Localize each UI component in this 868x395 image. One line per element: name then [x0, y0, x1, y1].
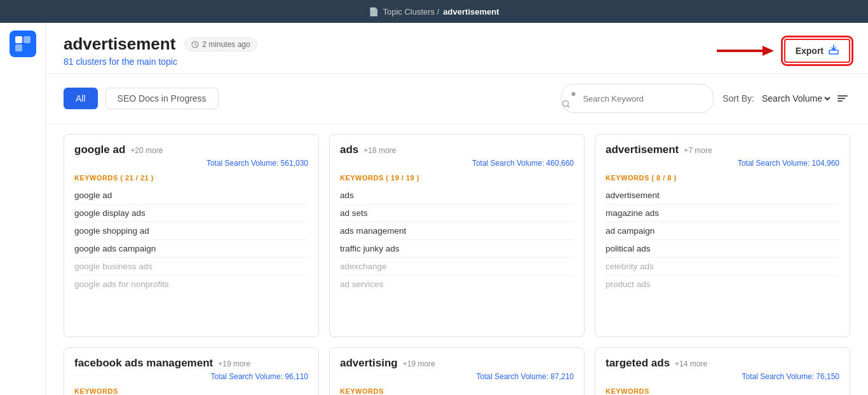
card-more: +19 more — [218, 359, 250, 368]
keyword-item[interactable]: advertisement — [606, 187, 839, 204]
keyword-item[interactable]: google ads campaign — [74, 240, 308, 258]
export-button[interactable]: Export — [784, 39, 850, 63]
search-box: ● — [561, 84, 714, 113]
keywords-label: KEYWORDS — [74, 387, 308, 395]
keywords-label: KEYWORDS ( 19 / 19 ) — [340, 174, 574, 182]
keyword-item[interactable]: traffic junky ads — [340, 240, 574, 258]
card-more: +14 more — [675, 359, 707, 368]
keyword-item[interactable]: google display ads — [74, 204, 308, 222]
export-icon — [829, 44, 839, 57]
svg-rect-1 — [24, 36, 31, 43]
card-volume: Total Search Volume: 76,150 — [606, 372, 839, 381]
svg-rect-6 — [829, 50, 838, 54]
card-title[interactable]: advertisement — [606, 144, 679, 156]
card-title-row: advertising+19 more — [340, 357, 574, 370]
card-more: +18 more — [363, 146, 396, 155]
header-right: Export — [717, 39, 850, 63]
card-more: +20 more — [130, 146, 163, 155]
card-title[interactable]: advertising — [340, 357, 398, 370]
card-title[interactable]: ads — [340, 144, 358, 156]
keyword-item[interactable]: ads — [340, 187, 574, 204]
header-left: advertisement 2 minutes ago 81 clusters … — [64, 34, 257, 67]
keyword-item[interactable]: adexchange — [340, 258, 574, 276]
keywords-section: KEYWORDS — [74, 387, 308, 395]
search-icon: ● — [571, 88, 578, 109]
sidebar — [0, 23, 46, 395]
filter-seo-docs-button[interactable]: SEO Docs in Progress — [105, 88, 219, 109]
card-title-row: advertisement+7 more — [606, 144, 839, 156]
keywords-label: KEYWORDS — [340, 387, 574, 395]
card-volume: Total Search Volume: 96,110 — [74, 372, 308, 381]
keyword-item[interactable]: google ads for nonprofits — [74, 276, 308, 293]
cluster-card: targeted ads+14 moreTotal Search Volume:… — [595, 347, 850, 395]
card-volume: Total Search Volume: 104,960 — [606, 159, 839, 168]
top-bar: 📄 Topic Clusters / advertisement — [0, 0, 868, 23]
keywords-section: KEYWORDS — [606, 387, 839, 395]
card-volume: Total Search Volume: 561,030 — [74, 159, 308, 168]
doc-icon: 📄 — [369, 7, 379, 17]
card-title-row: facebook ads management+19 more — [74, 357, 308, 370]
sort-label: Sort By: — [722, 93, 754, 104]
main-content: advertisement 2 minutes ago 81 clusters … — [46, 23, 868, 395]
keyword-item[interactable]: ad campaign — [606, 222, 839, 240]
keywords-section: KEYWORDS — [340, 387, 574, 395]
filter-all-button[interactable]: All — [64, 88, 98, 109]
cluster-card: ads+18 moreTotal Search Volume: 460,660K… — [329, 134, 585, 337]
cluster-grid: google ad+20 moreTotal Search Volume: 56… — [46, 124, 868, 395]
card-volume: Total Search Volume: 460,660 — [340, 159, 574, 168]
cluster-card: google ad+20 moreTotal Search Volume: 56… — [64, 134, 319, 337]
time-ago: 2 minutes ago — [202, 40, 250, 49]
card-more: +7 more — [684, 146, 712, 155]
keyword-item[interactable]: ad services — [340, 276, 574, 293]
card-title-row: targeted ads+14 more — [606, 357, 839, 370]
svg-marker-5 — [763, 46, 774, 56]
keywords-label: KEYWORDS ( 21 / 21 ) — [74, 174, 308, 182]
export-label: Export — [796, 46, 824, 56]
sort-order-icon[interactable] — [837, 92, 850, 105]
keywords-label: KEYWORDS ( 8 / 8 ) — [606, 174, 839, 182]
search-input[interactable] — [583, 94, 704, 104]
keyword-item[interactable]: magazine ads — [606, 204, 839, 222]
filter-bar: All SEO Docs in Progress ● Sort By: Sea — [46, 74, 868, 124]
keywords-section: KEYWORDS ( 21 / 21 )google adgoogle disp… — [74, 174, 308, 293]
card-title-row: google ad+20 more — [74, 144, 308, 156]
page-header: advertisement 2 minutes ago 81 clusters … — [46, 23, 868, 74]
keywords-section: KEYWORDS ( 19 / 19 )adsad setsads manage… — [340, 174, 574, 293]
keyword-item[interactable]: google business ads — [74, 258, 308, 276]
svg-rect-2 — [15, 44, 22, 51]
card-title[interactable]: facebook ads management — [74, 357, 213, 370]
subtitle: 81 clusters for the main topic — [64, 57, 257, 67]
card-title-row: ads+18 more — [340, 144, 574, 156]
clock-icon — [191, 41, 199, 48]
card-volume: Total Search Volume: 87,210 — [340, 372, 574, 381]
keyword-item[interactable]: google shopping ad — [74, 222, 308, 240]
keyword-item[interactable]: celebrity ads — [606, 258, 839, 276]
arrow-indicator — [717, 41, 774, 60]
cluster-card: advertisement+7 moreTotal Search Volume:… — [595, 134, 850, 337]
keyword-item[interactable]: political ads — [606, 240, 839, 258]
keyword-item[interactable]: google ad — [74, 187, 308, 204]
keyword-item[interactable]: ads management — [340, 222, 574, 240]
keywords-section: KEYWORDS ( 8 / 8 )advertisementmagazine … — [606, 174, 839, 293]
breadcrumb-current: advertisement — [443, 7, 499, 17]
breadcrumb-prefix: Topic Clusters / — [383, 7, 439, 17]
cluster-card: facebook ads management+19 moreTotal Sea… — [64, 347, 319, 395]
keywords-label: KEYWORDS — [606, 387, 839, 395]
card-more: +19 more — [403, 359, 435, 368]
keyword-item[interactable]: product ads — [606, 276, 839, 293]
sort-select[interactable]: Search Volume — [759, 93, 832, 104]
time-badge: 2 minutes ago — [184, 37, 257, 51]
sidebar-logo[interactable] — [10, 30, 36, 57]
card-title[interactable]: targeted ads — [606, 357, 670, 370]
keyword-item[interactable]: ad sets — [340, 204, 574, 222]
red-arrow-icon — [717, 41, 774, 60]
page-title: advertisement — [64, 34, 175, 54]
cluster-card: advertising+19 moreTotal Search Volume: … — [329, 347, 585, 395]
sort-area: Sort By: Search Volume — [722, 92, 850, 105]
svg-rect-0 — [15, 36, 22, 43]
card-title[interactable]: google ad — [74, 144, 125, 156]
